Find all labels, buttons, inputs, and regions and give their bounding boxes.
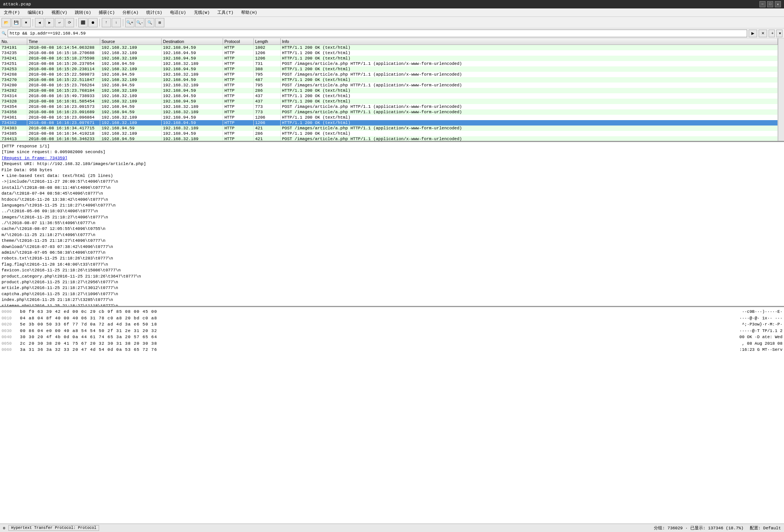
hex-bytes: b0 f9 63 39 42 ed 00 0c 29 cb 9f 85 08 0… <box>20 309 739 315</box>
table-row[interactable]: 7344132018-08-08 16:16:56.346233192.168.… <box>0 136 778 141</box>
table-cell: HTTP/1.1 200 OK (text/html) <box>280 115 778 120</box>
table-cell: 2018-08-08 16:15:18.270688 <box>27 50 100 56</box>
table-cell: HTTP/1.1 200 OK (text/html) <box>280 66 778 72</box>
menu-phone[interactable]: 电话(U) <box>168 9 189 16</box>
hex-ascii: ··c9B···)·····E· <box>742 309 782 315</box>
menu-go[interactable]: 跳转(G) <box>73 9 93 16</box>
hex-row: 003000 86 04 e0 00 40 a8 54 54 50 2f 31 … <box>2 328 782 334</box>
table-row[interactable]: 7343142018-08-08 16:15:49.738933192.168.… <box>0 93 778 99</box>
close-button[interactable]: ✕ <box>775 1 781 7</box>
col-header-source[interactable]: Source <box>100 38 161 45</box>
detail-pane[interactable]: [HTTP response 1/1][Time since request: … <box>0 142 784 307</box>
toolbar-save-btn[interactable]: 💾 <box>12 18 21 27</box>
table-row[interactable]: 7343832018-08-08 16:16:34.417715192.168.… <box>0 126 778 131</box>
filter-bar: 🔍 ▶ ✕ + ▾ <box>0 28 784 38</box>
table-cell: 192.168.32.189 <box>100 66 161 72</box>
table-row[interactable]: 7343542018-08-08 16:16:23.091573192.168.… <box>0 104 778 109</box>
toolbar-resize-btn[interactable]: ⊠ <box>155 18 164 27</box>
menu-help[interactable]: 帮助(H) <box>239 9 260 16</box>
filter-apply-btn[interactable]: ▶ <box>749 30 757 37</box>
table-cell: 773 <box>253 109 280 115</box>
toolbar-sep2 <box>76 19 76 26</box>
menu-edit[interactable]: 编辑(E) <box>25 9 46 16</box>
toolbar-close-btn[interactable]: ✖ <box>22 18 31 27</box>
col-header-info[interactable]: Info <box>280 38 778 45</box>
table-row[interactable]: 7342352018-08-08 16:15:18.270688192.168.… <box>0 50 778 56</box>
table-cell: 192.168.94.59 <box>100 61 161 66</box>
filter-input[interactable] <box>8 30 747 37</box>
toolbar-refresh-btn[interactable]: ⟳ <box>65 18 74 27</box>
detail-line: admin/\t2018-07-05 06:58:38\t4096\t0777\… <box>2 250 782 256</box>
table-cell: 734383 <box>0 126 27 131</box>
col-header-no[interactable]: No. <box>0 38 27 45</box>
table-cell: 192.168.94.59 <box>100 72 161 77</box>
toolbar-open-btn[interactable]: 📂 <box>2 18 11 27</box>
table-cell: HTTP <box>223 61 253 66</box>
hex-bytes: 04 a8 04 8f 40 00 40 06 31 78 c0 a8 20 b… <box>20 315 736 322</box>
table-cell: HTTP <box>223 72 253 77</box>
packet-table-wrapper[interactable]: No. Time Source Destination Protocol Len… <box>0 38 778 141</box>
toolbar-down-btn[interactable]: ↓ <box>112 18 121 27</box>
filter-save-btn[interactable]: + <box>769 30 775 37</box>
table-cell: POST /images/article/a.php HTTP/1.1 (app… <box>280 72 778 77</box>
table-row[interactable]: 7341912018-08-08 16:14:54.063288192.168.… <box>0 45 778 51</box>
toolbar-fwd-btn[interactable]: ▶ <box>45 18 54 27</box>
table-cell: 2018-08-08 16:15:20.237054 <box>27 61 100 66</box>
packet-list-scrollbar[interactable] <box>778 38 784 141</box>
table-row[interactable]: 7343622018-08-08 16:16:23.097671192.168.… <box>0 120 778 126</box>
toolbar-back-btn[interactable]: ◀ <box>35 18 44 27</box>
toolbar-capture-btn[interactable]: ⏺ <box>88 18 98 27</box>
table-row[interactable]: 7342512018-08-08 16:15:20.237054192.168.… <box>0 61 778 66</box>
table-cell: 734328 <box>0 99 27 104</box>
table-cell: 1206 <box>253 50 280 56</box>
table-cell: 421 <box>253 136 280 141</box>
menu-capture[interactable]: 捕获(C) <box>96 9 117 16</box>
menu-wireless[interactable]: 无线(W) <box>192 9 212 16</box>
menu-analyze[interactable]: 分析(A) <box>120 9 141 16</box>
table-cell: 286 <box>253 131 280 136</box>
menu-view[interactable]: 视图(V) <box>49 9 70 16</box>
filter-clear-btn[interactable]: ✕ <box>759 30 767 37</box>
filter-icon: 🔍 <box>2 31 6 36</box>
table-cell: 192.168.32.189 <box>161 72 223 77</box>
detail-line: captcha.php\t2016-11-25 21:18:27\t1096\t… <box>2 291 782 297</box>
hex-pane[interactable]: 0000b0 f9 63 39 42 ed 00 0c 29 cb 9f 85 … <box>0 307 784 524</box>
table-row[interactable]: 7342532018-08-08 16:15:20.238114192.168.… <box>0 66 778 72</box>
table-cell: 2018-08-08 16:14:54.063288 <box>27 45 100 51</box>
maximize-button[interactable]: □ <box>767 1 773 7</box>
col-header-proto[interactable]: Protocol <box>223 38 253 45</box>
table-row[interactable]: 7343612018-08-08 16:16:23.096864192.168.… <box>0 115 778 120</box>
table-cell: 192.168.94.59 <box>161 120 223 126</box>
table-row[interactable]: 7342802018-08-08 16:15:23.766264192.168.… <box>0 83 778 88</box>
toolbar-stop-btn[interactable]: ⬛ <box>78 18 88 27</box>
table-cell: 192.168.94.59 <box>100 136 161 141</box>
menu-bar: 文件(F) 编辑(E) 视图(V) 跳转(G) 捕获(C) 分析(A) 统计(S… <box>0 8 784 17</box>
menu-tools[interactable]: 工具(T) <box>215 9 236 16</box>
table-row[interactable]: 7342822018-08-08 16:15:23.768184192.168.… <box>0 88 778 93</box>
menu-stats[interactable]: 统计(S) <box>144 9 165 16</box>
table-row[interactable]: 7342412018-08-08 16:15:18.275598192.168.… <box>0 56 778 61</box>
minimize-button[interactable]: — <box>759 1 766 7</box>
table-cell: HTTP/1.1 200 OK (text/html) <box>280 88 778 93</box>
table-row[interactable]: 7343852018-08-08 16:16:34.419218192.168.… <box>0 131 778 136</box>
toolbar-up-btn[interactable]: ↑ <box>102 18 111 27</box>
toolbar-zoom-in-btn[interactable]: 🔍+ <box>125 18 134 27</box>
col-header-length[interactable]: Length <box>253 38 280 45</box>
hex-bytes: 30 30 20 4f 4b 0d 0a 44 61 74 65 3a 20 5… <box>20 334 736 340</box>
menu-file[interactable]: 文件(F) <box>2 9 22 16</box>
table-row[interactable]: 7342702018-08-08 16:15:22.511847192.168.… <box>0 77 778 83</box>
table-cell: 192.168.32.189 <box>161 109 223 115</box>
filter-expand-btn[interactable]: ▾ <box>776 30 782 37</box>
col-header-time[interactable]: Time <box>27 38 100 45</box>
table-row[interactable]: 7343582018-08-08 16:16:23.091689192.168.… <box>0 109 778 115</box>
col-header-dest[interactable]: Destination <box>161 38 223 45</box>
table-cell: 1206 <box>253 120 280 126</box>
table-row[interactable]: 7342682018-08-08 16:15:22.509873192.168.… <box>0 72 778 77</box>
toolbar-zoom-reset-btn[interactable]: 🔍 <box>145 18 154 27</box>
table-row[interactable]: 7343282018-08-08 16:16:01.585454192.168.… <box>0 99 778 104</box>
hex-ascii: ·····@·T TP/1.1 2 <box>739 328 782 334</box>
proto-label[interactable]: Hypertext Transfer Protocol: Protocol <box>8 525 99 531</box>
detail-line[interactable]: [Request in frame: 734359] <box>2 155 782 161</box>
toolbar-goto-btn[interactable]: ↩ <box>55 18 64 27</box>
toolbar-zoom-out-btn[interactable]: 🔍- <box>135 18 144 27</box>
